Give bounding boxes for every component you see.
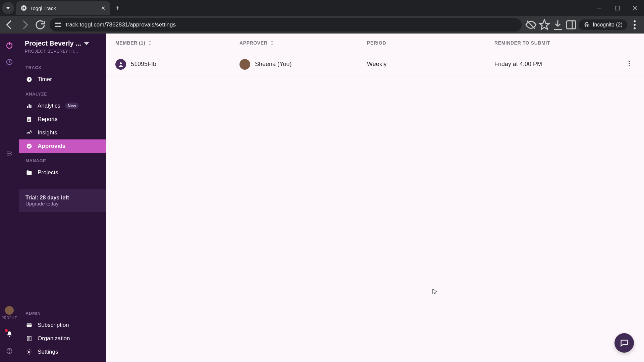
main-content: MEMBER (1) APPROVER PERIOD REMINDER TO S…	[106, 34, 644, 362]
workspace-subtitle: PROJECT BEVERLY HI...	[25, 49, 100, 54]
sidebar-item-label: Projects	[38, 169, 58, 176]
notifications-icon[interactable]	[4, 328, 15, 340]
close-window-button[interactable]	[627, 1, 644, 15]
table-row[interactable]: 51095Ffb Sheena (You) Weekly Friday at 4…	[106, 52, 644, 76]
sidebar-item-timer[interactable]: Timer	[19, 73, 106, 86]
sparkline-icon	[25, 129, 33, 136]
column-header-approver[interactable]: APPROVER	[239, 40, 367, 46]
svg-rect-17	[27, 106, 28, 108]
window-controls	[590, 1, 644, 15]
left-rail: PROFILE	[0, 34, 19, 362]
sidepanel-icon[interactable]	[565, 19, 577, 31]
clock-icon	[25, 76, 33, 83]
sidebar-item-organization[interactable]: Organization	[19, 332, 106, 345]
browser-tab[interactable]: Toggl Track ✕	[16, 1, 110, 15]
header-label: APPROVER	[239, 40, 267, 46]
reload-button[interactable]	[34, 19, 46, 31]
row-menu-button[interactable]	[624, 58, 635, 70]
sidebar-item-label: Timer	[38, 76, 52, 83]
svg-rect-2	[56, 23, 58, 24]
document-icon	[25, 116, 33, 123]
period-value: Weekly	[367, 61, 387, 68]
section-analyze: ANALYZE	[19, 86, 106, 99]
svg-rect-1	[615, 6, 619, 10]
svg-rect-21	[28, 118, 31, 118]
svg-point-8	[634, 20, 636, 22]
help-icon[interactable]	[4, 345, 15, 357]
toolbar-right: Incognito (2)	[525, 19, 641, 31]
sidebar-item-label: Subscription	[38, 322, 69, 328]
chat-support-button[interactable]	[614, 333, 634, 353]
svg-point-30	[629, 61, 630, 62]
chevron-down-icon	[84, 41, 89, 46]
svg-point-9	[634, 24, 636, 26]
svg-rect-23	[28, 120, 30, 121]
app-root: PROFILE Project Beverly ... PROJECT BEVE…	[0, 34, 644, 362]
cell-period: Weekly	[367, 61, 494, 68]
cell-reminder: Friday at 4:00 PM	[494, 61, 624, 68]
address-bar[interactable]: track.toggl.com/7862831/approvals/settin…	[50, 18, 522, 32]
profile-label: PROFILE	[2, 316, 17, 320]
sidebar-item-subscription[interactable]: Subscription	[19, 318, 106, 332]
collapse-sidebar-icon[interactable]	[6, 150, 13, 158]
sidebar-item-projects[interactable]: Projects	[19, 166, 106, 179]
sidebar-item-approvals[interactable]: Approvals	[19, 139, 106, 153]
incognito-indicator[interactable]: Incognito (2)	[579, 19, 627, 30]
check-circle-icon	[25, 143, 33, 149]
sidebar: Project Beverly ... PROJECT BEVERLY HI..…	[19, 34, 106, 362]
close-tab-icon[interactable]: ✕	[101, 5, 105, 11]
forward-button[interactable]	[19, 19, 31, 31]
column-header-reminder: REMINDER TO SUBMIT	[494, 40, 635, 46]
section-track: TRACK	[19, 60, 106, 73]
back-button[interactable]	[3, 19, 15, 31]
table-header: MEMBER (1) APPROVER PERIOD REMINDER TO S…	[106, 34, 644, 52]
tab-search-dropdown[interactable]	[2, 2, 14, 14]
sidebar-item-insights[interactable]: Insights	[19, 126, 106, 139]
building-icon	[25, 335, 33, 342]
new-tab-button[interactable]: +	[110, 4, 125, 12]
card-icon	[25, 322, 33, 328]
svg-rect-22	[28, 119, 31, 119]
svg-point-29	[120, 62, 122, 64]
cell-approver: Sheena (You)	[239, 59, 367, 70]
minimize-button[interactable]	[590, 1, 608, 15]
incognito-label: Incognito (2)	[593, 22, 623, 28]
sidebar-item-label: Approvals	[38, 143, 65, 149]
browser-menu-button[interactable]	[629, 19, 641, 31]
trial-banner: Trial: 28 days left Upgrade today	[19, 189, 106, 212]
workspace-switcher[interactable]: Project Beverly ... PROJECT BEVERLY HI..…	[19, 38, 106, 60]
svg-point-28	[29, 351, 30, 353]
svg-rect-27	[27, 336, 31, 341]
svg-rect-26	[27, 324, 32, 325]
sort-icon	[270, 41, 274, 45]
svg-rect-19	[30, 105, 31, 108]
mouse-cursor-icon	[432, 288, 439, 296]
sidebar-item-label: Analytics	[38, 103, 60, 109]
incognito-icon	[583, 21, 590, 28]
favicon-icon	[21, 5, 27, 11]
new-badge: New	[65, 103, 79, 109]
site-settings-icon[interactable]	[54, 21, 62, 28]
rail-timer-icon[interactable]	[4, 56, 15, 68]
svg-rect-18	[29, 104, 30, 108]
reminder-value: Friday at 4:00 PM	[494, 61, 542, 68]
maximize-button[interactable]	[608, 1, 626, 15]
column-header-member[interactable]: MEMBER (1)	[115, 40, 239, 46]
notification-dot-icon	[5, 329, 8, 332]
sidebar-item-label: Reports	[38, 116, 58, 123]
browser-toolbar: track.toggl.com/7862831/approvals/settin…	[0, 16, 644, 34]
bookmark-star-icon[interactable]	[538, 19, 550, 31]
profile-rail[interactable]: PROFILE	[2, 306, 17, 323]
member-name: 51095Ffb	[131, 61, 156, 68]
svg-rect-4	[56, 26, 58, 27]
approver-name: Sheena (You)	[255, 61, 291, 68]
toggl-power-icon[interactable]	[4, 40, 15, 51]
downloads-icon[interactable]	[552, 19, 564, 31]
svg-rect-6	[567, 21, 576, 29]
eye-off-icon[interactable]	[525, 19, 537, 31]
sidebar-item-reports[interactable]: Reports	[19, 113, 106, 126]
sidebar-item-analytics[interactable]: Analytics New	[19, 99, 106, 113]
upgrade-link[interactable]: Upgrade today	[25, 201, 99, 206]
workspace-name: Project Beverly ...	[25, 40, 81, 47]
sidebar-item-settings[interactable]: Settings	[19, 345, 106, 359]
